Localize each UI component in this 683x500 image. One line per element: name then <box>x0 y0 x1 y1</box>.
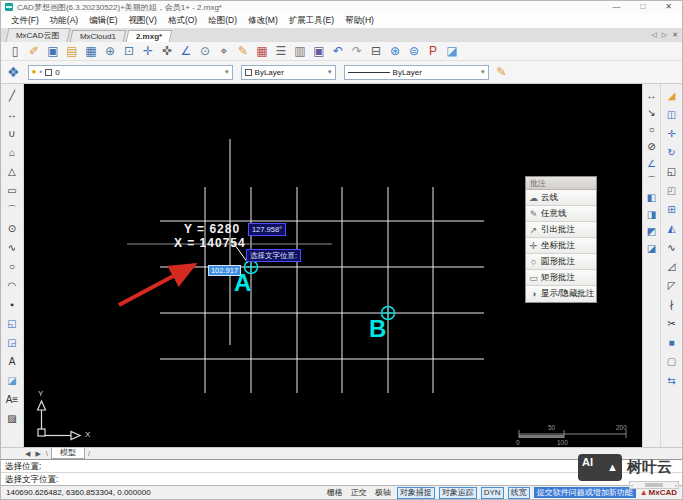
menu-draw[interactable]: 绘图(D) <box>208 15 237 27</box>
menu-view[interactable]: 视图(V) <box>129 15 157 27</box>
web-publish-icon[interactable]: ⊛ <box>387 43 403 59</box>
single-text-icon[interactable]: A <box>4 354 19 369</box>
fillet-icon[interactable]: ◸ <box>664 278 679 293</box>
toggle-osnap[interactable]: 对象捕捉 <box>397 487 435 499</box>
draworder-front-icon[interactable]: ◧ <box>644 190 659 205</box>
draworder-back-icon[interactable]: ◨ <box>644 207 659 222</box>
scale-icon[interactable]: ◱ <box>664 164 679 179</box>
edit-pencil-icon[interactable]: ✎ <box>235 43 251 59</box>
toggle-grid[interactable]: 栅格 <box>325 488 345 498</box>
dim-radius-icon[interactable]: ○ <box>644 122 659 137</box>
dim-linear-icon[interactable]: ↔ <box>644 88 659 103</box>
undo-icon[interactable]: ↶ <box>330 43 346 59</box>
offset-icon[interactable]: ◰ <box>664 183 679 198</box>
scroll-left-icon[interactable]: ‹ <box>631 482 633 488</box>
maximize-button[interactable]: □ <box>640 2 645 12</box>
model-tab[interactable]: 模型 <box>51 448 85 459</box>
move-icon[interactable]: ✛ <box>664 126 679 141</box>
pan-icon[interactable]: ✜ <box>159 43 175 59</box>
color-select[interactable]: ByLayer ▾ <box>241 65 336 80</box>
redo-icon[interactable]: ↷ <box>349 43 365 59</box>
chevron-down-icon[interactable]: ▾ <box>481 68 485 76</box>
insert-image-icon[interactable]: ◪ <box>444 43 460 59</box>
annot-circle[interactable]: ○ 圆形批注 <box>526 254 596 270</box>
tab-mxcloud1[interactable]: MxCloud1 <box>69 30 126 42</box>
menu-format[interactable]: 格式(O) <box>168 15 197 27</box>
toggle-dyn[interactable]: DYN <box>481 487 504 499</box>
toggle-polar[interactable]: 极轴 <box>373 488 393 498</box>
save-icon[interactable]: ▣ <box>45 43 61 59</box>
scroll-right-icon[interactable]: › <box>675 482 677 488</box>
layer-select[interactable]: ● ▪ 0 ▾ <box>28 65 233 80</box>
horizontal-scrollbar[interactable]: ‹ › <box>629 481 679 489</box>
dim-aligned-icon[interactable]: ↘ <box>644 105 659 120</box>
menu-help[interactable]: 帮助(H) <box>345 15 374 27</box>
new-file-icon[interactable]: ▯ <box>7 43 23 59</box>
rotate-icon[interactable]: ↻ <box>664 145 679 160</box>
feedback-link[interactable]: 提交软件问题或增加新功能 <box>534 487 636 498</box>
annot-rectangle[interactable]: ▭ 矩形批注 <box>526 270 596 286</box>
copy-props-icon[interactable]: ▥ <box>292 43 308 59</box>
create-block-icon[interactable]: ◲ <box>4 335 19 350</box>
join-icon[interactable]: ⇆ <box>664 373 679 388</box>
trim-icon[interactable]: ✂ <box>664 316 679 331</box>
chamfer-icon[interactable]: ◿ <box>664 259 679 274</box>
layer-manager-icon[interactable]: ❖ <box>7 64 20 80</box>
scroll-thumb[interactable] <box>645 483 663 487</box>
layout-next-icon[interactable]: ▶ <box>35 450 42 458</box>
zoom-in-icon[interactable]: ⊕ <box>102 43 118 59</box>
annot-toggle-visibility[interactable]: ◑ 显示/隐藏批注 <box>526 286 596 302</box>
save-disk-icon[interactable]: ▣ <box>311 43 327 59</box>
palette-icon[interactable]: ▦ <box>254 43 270 59</box>
layout-prev-icon[interactable]: ◀ <box>25 450 32 458</box>
arc-icon[interactable]: ⌒ <box>4 202 19 217</box>
erase-icon[interactable]: ◢ <box>664 88 679 103</box>
construction-line-icon[interactable]: ↔ <box>4 107 19 122</box>
multiline-text-icon[interactable]: A≡ <box>4 392 19 407</box>
hatch-icon[interactable]: ▨ <box>4 411 19 426</box>
polygon2-icon[interactable]: △ <box>4 164 19 179</box>
tab-mxcad-cloud[interactable]: MxCAD云图 <box>6 28 71 42</box>
find-icon[interactable]: ⌖ <box>216 43 232 59</box>
array-icon[interactable]: ⊞ <box>664 202 679 217</box>
open-folder-icon[interactable]: ▤ <box>64 43 80 59</box>
save-as-icon[interactable]: ▦ <box>83 43 99 59</box>
close-button[interactable]: ✕ <box>665 2 672 12</box>
print-icon[interactable]: ⊟ <box>368 43 384 59</box>
menu-edit[interactable]: 编辑(E) <box>89 15 117 27</box>
annot-cloud-line[interactable]: ☁ 云线 <box>526 190 596 206</box>
open-drawing-icon[interactable]: ✐ <box>26 43 42 59</box>
toggle-otrack[interactable]: 对象追踪 <box>439 487 477 499</box>
dim-diameter-icon[interactable]: ⊘ <box>644 139 659 154</box>
zoom-extents-icon[interactable]: ✛ <box>140 43 156 59</box>
ellipse-icon[interactable]: ○ <box>4 259 19 274</box>
image-icon[interactable]: ◪ <box>4 373 19 388</box>
explode-icon[interactable]: ▢ <box>664 354 679 369</box>
tab-2mxg[interactable]: 2.mxg* <box>125 30 172 42</box>
copy-icon[interactable]: ◫ <box>664 107 679 122</box>
line-icon[interactable]: ╱ <box>4 88 19 103</box>
tab-close-icon[interactable]: ✕ <box>672 31 678 39</box>
polygon-icon[interactable]: ⌂ <box>4 145 19 160</box>
tab-next-icon[interactable]: ▷ <box>662 31 667 39</box>
break-icon[interactable]: ∤ <box>664 297 679 312</box>
annot-coordinate[interactable]: ✛ 坐标批注 <box>526 238 596 254</box>
draw-angle-icon[interactable]: ∠ <box>178 43 194 59</box>
ellipse-arc-icon[interactable]: ◠ <box>4 278 19 293</box>
zoom-circle-icon[interactable]: ⊙ <box>197 43 213 59</box>
spline-edit-icon[interactable]: ∿ <box>664 240 679 255</box>
pdf-export-icon[interactable]: P <box>425 43 441 59</box>
circle-icon[interactable]: ⊙ <box>4 221 19 236</box>
insert-block-icon[interactable]: ◱ <box>4 316 19 331</box>
box-3d-icon[interactable]: ■ <box>664 335 679 350</box>
dim-angular-icon[interactable]: ∠ <box>644 156 659 171</box>
annot-leader[interactable]: ↗ 引出批注 <box>526 222 596 238</box>
chevron-down-icon[interactable]: ▾ <box>328 68 332 76</box>
linetype-select[interactable]: ByLayer ▾ <box>344 65 489 80</box>
polyline-icon[interactable]: ∪ <box>4 126 19 141</box>
drawing-canvas[interactable]: Y = 6280 X = 140754 127.958° 选择文字位置: 102… <box>24 84 642 447</box>
annot-freehand-line[interactable]: ✎ 任意线 <box>526 206 596 222</box>
text-style-icon[interactable]: ☰ <box>273 43 289 59</box>
menu-modify[interactable]: 修改(M) <box>248 15 278 27</box>
menu-function[interactable]: 功能(A) <box>50 15 78 27</box>
